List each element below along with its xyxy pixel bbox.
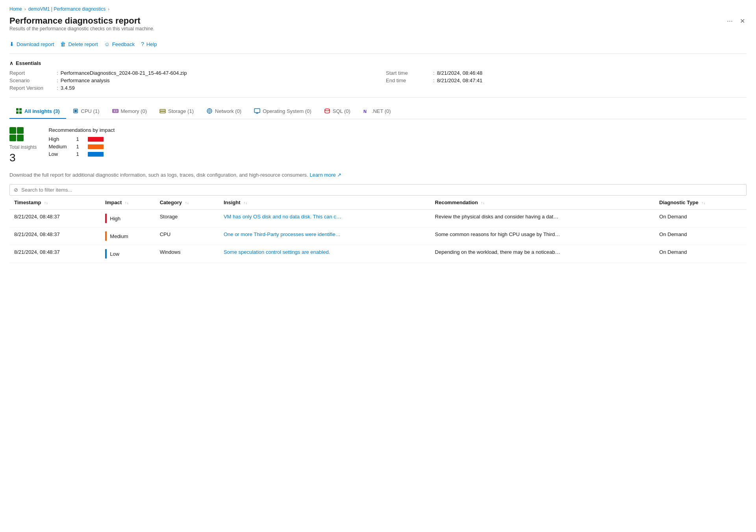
- impact-value: Medium: [110, 233, 128, 239]
- network-tab-icon: [206, 108, 213, 114]
- svg-rect-1: [19, 108, 22, 111]
- sort-diagnostic-icon[interactable]: ↑↓: [701, 201, 705, 205]
- tab-network[interactable]: Network (0): [200, 104, 248, 119]
- delete-report-button[interactable]: 🗑 Delete report: [60, 39, 102, 49]
- svg-rect-11: [160, 111, 165, 113]
- col-insight: Insight ↑↓: [219, 196, 430, 210]
- table-header: Timestamp ↑↓ Impact ↑↓ Category ↑↓ Insig…: [9, 196, 747, 210]
- essentials-section: ∧ Essentials Report : PerformanceDiagnos…: [9, 60, 747, 98]
- col-impact: Impact ↑↓: [100, 196, 155, 210]
- grid-cell: [9, 127, 16, 134]
- sort-insight-icon[interactable]: ↑↓: [243, 201, 247, 205]
- impact-row-high: High 1: [48, 136, 115, 142]
- feedback-button[interactable]: ☺ Feedback: [104, 39, 139, 49]
- filter-icon: ⊘: [14, 187, 18, 193]
- tab-os[interactable]: Operating System (0): [248, 104, 318, 119]
- essentials-header[interactable]: ∧ Essentials: [9, 60, 747, 66]
- recommendations-by-impact: Recommendations by impact High 1 Medium …: [48, 127, 115, 159]
- essentials-scenario-row: Scenario : Performance analysis: [9, 78, 370, 83]
- breadcrumb-sep2: ›: [108, 7, 109, 11]
- more-options-button[interactable]: ···: [724, 16, 735, 26]
- essentials-grid: Report : PerformanceDiagnostics_2024-08-…: [9, 70, 747, 98]
- breadcrumb-home[interactable]: Home: [9, 6, 22, 12]
- total-insights: Total insights 3: [9, 127, 37, 164]
- download-note: Download the full report for additional …: [9, 172, 747, 178]
- svg-rect-2: [16, 111, 19, 114]
- cell-timestamp: 8/21/2024, 08:48:37: [9, 227, 100, 245]
- breadcrumb-vm[interactable]: demoVM1 | Performance diagnostics: [28, 6, 106, 12]
- breadcrumb-sep1: ›: [24, 7, 26, 11]
- sort-recommendation-icon[interactable]: ↑↓: [481, 201, 485, 205]
- cell-impact: High: [100, 210, 155, 227]
- essentials-starttime-row: Start time : 8/21/2024, 08:46:48: [386, 70, 747, 76]
- search-input[interactable]: [21, 187, 742, 193]
- impact-dot: [105, 231, 107, 241]
- title-actions: ··· ✕: [724, 16, 747, 26]
- impact-count: 1: [76, 136, 84, 142]
- impact-bar: [88, 144, 104, 149]
- storage-tab-label: Storage (1): [168, 108, 194, 114]
- cell-recommendation: Depending on the workload, there may be …: [430, 245, 655, 263]
- recommendation-text: Depending on the workload, there may be …: [435, 249, 561, 255]
- title-area: Performance diagnostics report Results o…: [9, 16, 747, 38]
- svg-rect-5: [74, 110, 77, 112]
- page-subtitle: Results of the performance diagnostic ch…: [9, 26, 154, 31]
- svg-rect-0: [16, 108, 19, 111]
- tab-storage[interactable]: Storage (1): [153, 104, 200, 119]
- insight-link[interactable]: One or more Third-Party processes were i…: [224, 231, 342, 237]
- essentials-version-row: Report Version : 3.4.59: [9, 85, 370, 91]
- memory-tab-icon: [112, 108, 119, 114]
- tab-memory[interactable]: Memory (0): [106, 104, 153, 119]
- svg-rect-8: [115, 110, 116, 112]
- svg-rect-10: [160, 109, 165, 111]
- impact-row-medium: Medium 1: [48, 144, 115, 150]
- sort-impact-icon[interactable]: ↑↓: [125, 201, 129, 205]
- tab-cpu[interactable]: CPU (1): [66, 104, 106, 119]
- dotnet-tab-icon: N: [363, 108, 369, 114]
- impact-indicator: High: [105, 214, 150, 223]
- impact-label: High: [48, 136, 72, 142]
- help-icon: ?: [141, 41, 144, 47]
- grid-cell: [9, 135, 16, 141]
- impact-count: 1: [76, 151, 84, 157]
- cell-diagnostic-type: On Demand: [654, 210, 747, 227]
- table-row: 8/21/2024, 08:48:37 Medium CPU One or mo…: [9, 227, 747, 245]
- cell-category: Windows: [155, 245, 219, 263]
- toolbar: ⬇ Download report 🗑 Delete report ☺ Feed…: [9, 39, 747, 54]
- recommendation-text: Some common reasons for high CPU usage b…: [435, 231, 561, 237]
- essentials-endtime-row: End time : 8/21/2024, 08:47:41: [386, 78, 747, 83]
- cell-diagnostic-type: On Demand: [654, 227, 747, 245]
- cell-category: CPU: [155, 227, 219, 245]
- storage-tab-icon: [159, 108, 166, 114]
- table-header-row: Timestamp ↑↓ Impact ↑↓ Category ↑↓ Insig…: [9, 196, 747, 210]
- impact-row-low: Low 1: [48, 151, 115, 157]
- recommendation-text: Review the physical disks and consider h…: [435, 214, 561, 220]
- download-report-button[interactable]: ⬇ Download report: [9, 39, 59, 49]
- impact-indicator: Low: [105, 249, 150, 259]
- sort-category-icon[interactable]: ↑↓: [185, 201, 189, 205]
- filter-bar: ⊘: [9, 184, 747, 196]
- collapse-icon: ∧: [9, 60, 13, 66]
- impact-indicator: Medium: [105, 231, 150, 241]
- table-row: 8/21/2024, 08:48:37 High Storage VM has …: [9, 210, 747, 227]
- insight-link[interactable]: Some speculation control settings are en…: [224, 249, 342, 255]
- insight-link[interactable]: VM has only OS disk and no data disk. Th…: [224, 214, 342, 220]
- impact-dot: [105, 214, 107, 223]
- cell-timestamp: 8/21/2024, 08:48:37: [9, 245, 100, 263]
- svg-rect-3: [19, 111, 22, 114]
- cell-impact: Medium: [100, 227, 155, 245]
- os-tab-icon: [254, 108, 260, 114]
- learn-more-link[interactable]: Learn more ↗: [309, 172, 341, 178]
- help-button[interactable]: ? Help: [141, 39, 162, 49]
- impact-value: Low: [110, 251, 119, 257]
- impact-bar: [88, 152, 104, 157]
- impact-count: 1: [76, 144, 84, 150]
- tab-all[interactable]: All insights (3): [9, 104, 66, 119]
- dotnet-tab-label: .NET (0): [372, 108, 391, 114]
- close-button[interactable]: ✕: [738, 16, 747, 26]
- col-category: Category ↑↓: [155, 196, 219, 210]
- tab-dotnet[interactable]: N.NET (0): [357, 104, 397, 119]
- tab-sql[interactable]: SQL (0): [318, 104, 357, 119]
- sort-timestamp-icon[interactable]: ↑↓: [44, 201, 48, 205]
- page-container: Home › demoVM1 | Performance diagnostics…: [0, 0, 756, 269]
